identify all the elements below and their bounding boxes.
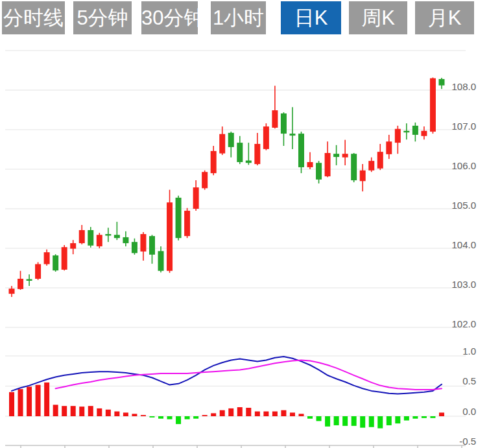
macd-bar-negative: [360, 416, 365, 428]
macd-bar-negative: [307, 416, 313, 419]
candle-body: [342, 154, 348, 157]
candle-body: [79, 230, 85, 243]
macd-bar-negative: [334, 416, 339, 425]
macd-bar-negative: [422, 416, 427, 418]
candle-body: [62, 247, 67, 270]
price-axis-label: 103.0: [451, 279, 476, 290]
candle-body: [421, 131, 427, 136]
candle-body: [246, 161, 252, 163]
candle-body: [307, 162, 313, 167]
macd-histogram: [9, 383, 444, 429]
macd-bar-positive: [228, 408, 233, 416]
candle-body: [412, 126, 418, 135]
macd-bar-negative: [158, 416, 163, 419]
macd-bar-negative: [404, 416, 409, 421]
macd-bar-negative: [352, 416, 357, 426]
price-axis-label: 102.0: [451, 318, 476, 329]
macd-bar-positive: [123, 412, 128, 416]
macd-bar-negative: [176, 416, 181, 424]
tab-period-5[interactable]: 周K: [349, 1, 407, 34]
macd-bar-negative: [412, 416, 418, 419]
candle-body: [132, 242, 137, 253]
tab-period-0[interactable]: 分时线: [2, 1, 65, 34]
price-axis-label: 108.0: [451, 81, 476, 92]
candle-body: [167, 202, 173, 271]
dea-line: [56, 360, 442, 390]
macd-bar-positive: [106, 410, 111, 416]
macd-bar-positive: [18, 389, 23, 416]
macd-bar-positive: [62, 406, 67, 416]
candle-body: [386, 141, 392, 154]
kline-chart-widget: 108.0107.0106.0105.0104.0103.0102.01.00.…: [0, 0, 489, 448]
macd-bar-positive: [220, 410, 225, 416]
candle-body: [351, 154, 357, 180]
macd-bar-negative: [193, 416, 198, 419]
candle-body: [140, 234, 146, 252]
macd-bar-positive: [263, 412, 268, 416]
macd-bar-negative: [316, 416, 322, 421]
candle-body: [202, 172, 208, 188]
macd-bar-negative: [395, 416, 400, 423]
candle-body: [184, 211, 190, 236]
candle-body: [360, 171, 366, 181]
macd-bar-positive: [141, 415, 146, 416]
price-axis-label: 107.0: [451, 121, 476, 132]
tab-period-2[interactable]: 30分钟: [141, 1, 198, 34]
macd-bar-positive: [88, 406, 93, 416]
macd-bar-negative: [377, 416, 383, 429]
candle-body: [149, 236, 155, 255]
candle-body: [438, 79, 444, 86]
candle-body: [105, 234, 111, 235]
macd-bar-positive: [211, 413, 216, 416]
macd-bar-positive: [246, 408, 251, 416]
macd-bar-negative: [369, 416, 374, 427]
tab-period-3[interactable]: 1小时: [211, 1, 266, 34]
candle-body: [254, 144, 260, 164]
candle-body: [325, 153, 331, 176]
tab-period-1[interactable]: 5分钟: [73, 1, 132, 34]
macd-bar-positive: [71, 406, 76, 416]
macd-bar-negative: [325, 416, 330, 427]
candle-body: [27, 279, 32, 281]
candlestick-series: [9, 77, 445, 297]
candle-body: [403, 131, 409, 132]
macd-bar-positive: [255, 412, 260, 416]
price-axis-label: 105.0: [451, 200, 476, 211]
candle-body: [281, 113, 287, 134]
macd-bar-negative: [430, 416, 435, 418]
candle-body: [298, 134, 304, 167]
macd-bar-positive: [44, 383, 49, 416]
candle-body: [193, 187, 199, 209]
candle-body: [237, 143, 243, 162]
price-axis-label: 106.0: [451, 160, 476, 171]
indicator-axis-label: 0.5: [462, 375, 476, 386]
candle-body: [333, 154, 339, 157]
tab-active-period-4[interactable]: 日K: [281, 1, 341, 34]
price-gridlines: [5, 51, 466, 327]
tab-period-6[interactable]: 月K: [415, 1, 474, 34]
candle-body: [289, 134, 295, 136]
candle-body: [18, 279, 23, 289]
candle-body: [44, 252, 50, 264]
price-axis-labels: 108.0107.0106.0105.0104.0103.0102.0: [451, 81, 476, 329]
macd-bar-positive: [53, 405, 58, 416]
macd-bar-positive: [298, 414, 304, 416]
macd-bar-positive: [439, 412, 444, 416]
candle-body: [176, 198, 182, 238]
macd-bar-positive: [237, 407, 243, 416]
chart-canvas: 108.0107.0106.0105.0104.0103.0102.01.00.…: [0, 0, 489, 448]
macd-bar-positive: [202, 415, 208, 416]
candle-body: [368, 161, 374, 171]
candle-body: [97, 235, 102, 246]
candle-body: [228, 133, 234, 147]
candle-body: [263, 126, 269, 149]
candle-body: [272, 110, 278, 128]
macd-bar-positive: [9, 392, 14, 416]
macd-bar-negative: [185, 416, 190, 419]
macd-bar-positive: [290, 412, 295, 416]
macd-bar-negative: [342, 416, 348, 426]
candle-body: [395, 129, 401, 143]
candle-body: [211, 151, 217, 173]
macd-bar-positive: [79, 407, 84, 416]
macd-bar-negative: [167, 416, 173, 419]
